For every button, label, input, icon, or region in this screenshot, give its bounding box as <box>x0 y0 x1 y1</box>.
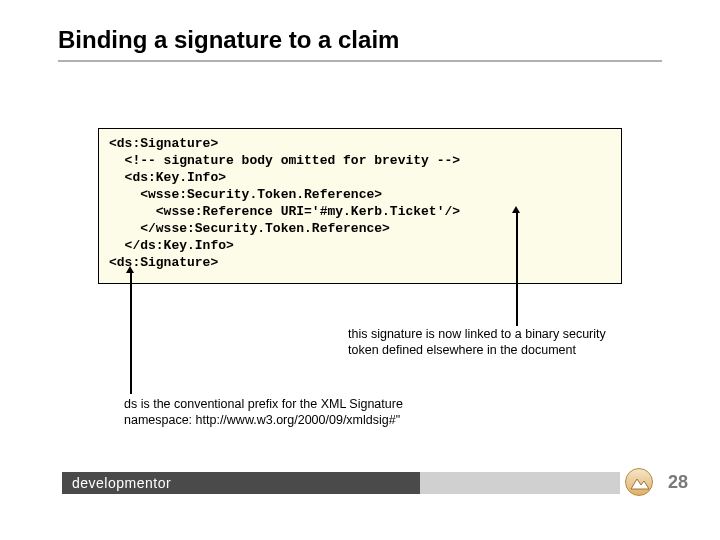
arrow-right-head <box>512 206 520 213</box>
code-line: <ds:Key.Info> <box>109 170 226 185</box>
code-line: <wsse:Reference URI='#my.Kerb.Ticket'/> <box>109 204 460 219</box>
footer-brand: developmentor <box>62 472 420 494</box>
footer-bar-light <box>420 472 620 494</box>
page-number: 28 <box>668 472 688 493</box>
code-block: <ds:Signature> <!-- signature body omitt… <box>98 128 622 284</box>
code-line: </wsse:Security.Token.Reference> <box>109 221 390 236</box>
code-line: <wsse:Security.Token.Reference> <box>109 187 382 202</box>
code-line: <ds:Signature> <box>109 136 218 151</box>
slide-title: Binding a signature to a claim <box>58 26 399 54</box>
arrow-right-vertical <box>516 212 518 326</box>
arrow-left-head <box>126 266 134 273</box>
title-underline <box>58 60 662 62</box>
annotation-ds-prefix: ds is the conventional prefix for the XM… <box>124 396 464 428</box>
footer: developmentor 28 <box>0 472 720 500</box>
slide: Binding a signature to a claim <ds:Signa… <box>0 0 720 540</box>
code-line: </ds:Key.Info> <box>109 238 234 253</box>
annotation-linked-token: this signature is now linked to a binary… <box>348 326 628 358</box>
code-line: <!-- signature body omitted for brevity … <box>109 153 460 168</box>
arrow-left-vertical <box>130 272 132 394</box>
svg-marker-0 <box>631 479 649 489</box>
brand-icon <box>625 468 653 496</box>
